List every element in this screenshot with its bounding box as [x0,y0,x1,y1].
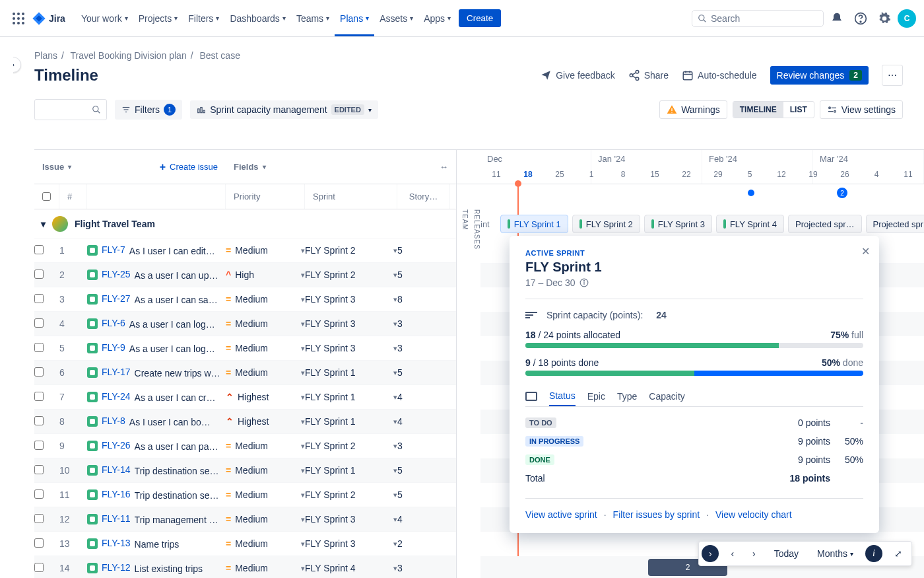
settings-icon[interactable] [874,8,895,29]
nav-teams[interactable]: Teams▾ [291,1,335,36]
user-avatar[interactable]: C [898,9,916,28]
search-placeholder: Search [711,13,740,24]
nav-filters[interactable]: Filters▾ [183,1,224,36]
help-icon[interactable] [850,8,871,29]
nav-assets[interactable]: Assets▾ [374,1,418,36]
svg-point-2 [22,13,24,15]
top-nav: Jira Your work▾Projects▾Filters▾Dashboar… [0,0,924,37]
svg-point-5 [22,17,24,20]
nav-plans[interactable]: Plans▾ [335,1,374,36]
svg-point-6 [13,22,15,24]
nav-dashboards[interactable]: Dashboards▾ [224,1,291,36]
notifications-icon[interactable] [826,8,847,29]
svg-point-1 [17,13,20,15]
app-switcher-icon[interactable] [8,8,29,29]
create-button[interactable]: Create [459,9,501,27]
svg-point-0 [13,13,15,15]
nav-projects[interactable]: Projects▾ [133,1,183,36]
svg-line-10 [704,19,706,22]
global-search[interactable]: Search [692,10,824,27]
svg-point-4 [17,17,20,20]
svg-point-8 [22,22,24,24]
svg-point-3 [13,17,15,20]
svg-point-12 [860,21,861,22]
nav-your-work[interactable]: Your work▾ [76,1,133,36]
product-name: Jira [49,13,65,24]
jira-logo[interactable]: Jira [32,11,65,26]
svg-point-9 [699,15,704,20]
svg-point-7 [17,22,20,24]
nav-apps[interactable]: Apps▾ [418,1,456,36]
